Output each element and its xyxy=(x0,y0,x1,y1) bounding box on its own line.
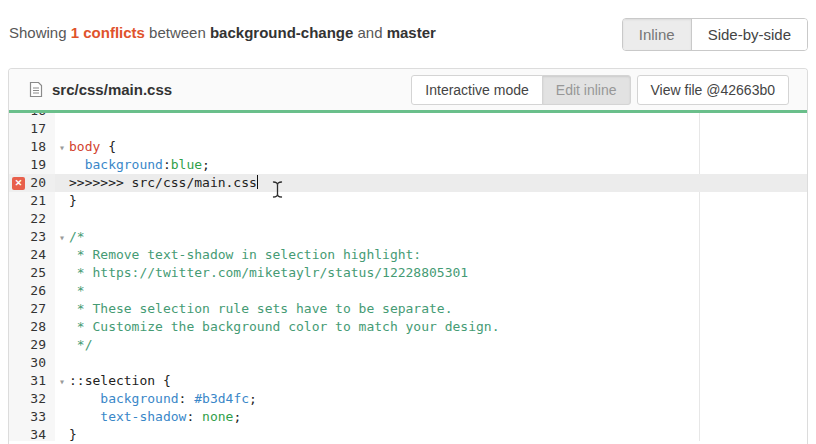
code-token: /* xyxy=(69,229,85,244)
code-content[interactable]: * https://twitter.com/miketaylr/status/1… xyxy=(69,264,807,282)
code-content[interactable]: */ xyxy=(69,336,807,354)
code-content[interactable] xyxy=(69,120,807,138)
code-content[interactable] xyxy=(69,113,807,120)
code-line[interactable]: 19 background:blue; xyxy=(9,156,807,174)
line-number: 27 xyxy=(9,300,46,318)
fold-column xyxy=(55,408,69,426)
code-content[interactable]: } xyxy=(69,426,807,441)
code-token: : xyxy=(163,157,171,172)
code-token: * These selection rule sets have to be s… xyxy=(69,301,453,316)
code-token: ; xyxy=(233,409,241,424)
line-number: 29 xyxy=(9,336,46,354)
line-gutter: 32 xyxy=(9,390,55,408)
line-gutter: 22 xyxy=(9,210,55,228)
code-line[interactable]: 30 xyxy=(9,354,807,372)
line-gutter: 31 xyxy=(9,372,55,390)
code-content[interactable]: >>>>>>> src/css/main.css xyxy=(69,174,807,192)
code-line[interactable]: 32 background: #b3d4fc; xyxy=(9,390,807,408)
code-line[interactable]: 26 * xyxy=(9,282,807,300)
line-gutter: 24 xyxy=(9,246,55,264)
code-content[interactable]: ::selection { xyxy=(69,372,807,390)
interactive-mode-button[interactable]: Interactive mode xyxy=(411,75,543,105)
line-gutter: 18 xyxy=(9,138,55,156)
fold-column xyxy=(55,282,69,300)
line-number: 19 xyxy=(9,156,46,174)
line-gutter: 28 xyxy=(9,318,55,336)
summary-prefix: Showing xyxy=(9,24,71,41)
code-line[interactable]: 27 * These selection rule sets have to b… xyxy=(9,300,807,318)
fold-column xyxy=(55,264,69,282)
fold-column xyxy=(55,174,69,192)
line-number: 28 xyxy=(9,318,46,336)
code-token: : xyxy=(179,391,195,406)
code-content[interactable]: * Remove text-shadow in selection highli… xyxy=(69,246,807,264)
code-token: >>>>>>> src/css/main.css xyxy=(69,175,257,190)
code-content[interactable]: * xyxy=(69,282,807,300)
line-number: 32 xyxy=(9,390,46,408)
code-line[interactable]: 16 xyxy=(9,113,807,120)
code-line[interactable]: 17 xyxy=(9,120,807,138)
code-token: body xyxy=(69,139,100,154)
code-token xyxy=(69,157,85,172)
code-token: ; xyxy=(202,157,210,172)
line-gutter: 30 xyxy=(9,354,55,372)
line-gutter: 29 xyxy=(9,336,55,354)
line-number: 25 xyxy=(9,264,46,282)
fold-arrow-icon[interactable]: ▾ xyxy=(55,228,69,246)
source-branch: background-change xyxy=(210,24,353,41)
file-header: src/css/main.css Interactive mode Edit i… xyxy=(9,69,807,113)
code-content[interactable]: * These selection rule sets have to be s… xyxy=(69,300,807,318)
code-line[interactable]: 34} xyxy=(9,426,807,441)
code-line[interactable]: 24 * Remove text-shadow in selection hig… xyxy=(9,246,807,264)
code-content[interactable]: text-shadow: none; xyxy=(69,408,807,426)
fold-column xyxy=(55,336,69,354)
code-content[interactable] xyxy=(69,354,807,372)
code-token: * https://twitter.com/miketaylr/status/1… xyxy=(69,265,468,280)
code-token: * xyxy=(69,283,85,298)
file-icon xyxy=(29,81,43,98)
code-content[interactable]: * Customize the background color to matc… xyxy=(69,318,807,336)
text-caret xyxy=(257,175,259,189)
code-line[interactable]: ✕20>>>>>>> src/css/main.css xyxy=(9,174,807,192)
code-editor[interactable]: 161718▾body {19 background:blue;✕20>>>>>… xyxy=(9,113,807,441)
fold-column xyxy=(55,156,69,174)
line-number: 16 xyxy=(9,113,46,120)
code-content[interactable]: background:blue; xyxy=(69,156,807,174)
code-token: ; xyxy=(249,391,257,406)
code-line[interactable]: 21} xyxy=(9,192,807,210)
code-content[interactable] xyxy=(69,210,807,228)
fold-arrow-icon[interactable]: ▾ xyxy=(55,372,69,390)
code-line[interactable]: 18▾body { xyxy=(9,138,807,156)
code-line[interactable]: 33 text-shadow: none; xyxy=(9,408,807,426)
code-token xyxy=(69,409,100,424)
code-line[interactable]: 29 */ xyxy=(9,336,807,354)
code-content[interactable]: } xyxy=(69,192,807,210)
code-line[interactable]: 23▾/* xyxy=(9,228,807,246)
code-token: * Customize the background color to matc… xyxy=(69,319,499,334)
code-line[interactable]: 28 * Customize the background color to m… xyxy=(9,318,807,336)
line-gutter: 26 xyxy=(9,282,55,300)
line-gutter: 23 xyxy=(9,228,55,246)
code-line[interactable]: 25 * https://twitter.com/miketaylr/statu… xyxy=(9,264,807,282)
view-file-button[interactable]: View file @42663b0 xyxy=(637,75,789,105)
code-content[interactable]: background: #b3d4fc; xyxy=(69,390,807,408)
conflict-error-icon: ✕ xyxy=(12,177,25,190)
code-token: text-shadow xyxy=(100,409,186,424)
code-token: #b3d4fc xyxy=(194,391,249,406)
fold-column xyxy=(55,192,69,210)
fold-arrow-icon[interactable]: ▾ xyxy=(55,138,69,156)
code-token: background xyxy=(100,391,178,406)
line-gutter: 34 xyxy=(9,426,55,441)
side-by-side-view-button[interactable]: Side-by-side xyxy=(692,19,807,50)
line-number: 23 xyxy=(9,228,46,246)
inline-view-button[interactable]: Inline xyxy=(623,19,692,50)
code-content[interactable]: /* xyxy=(69,228,807,246)
edit-inline-button[interactable]: Edit inline xyxy=(542,75,631,105)
code-line[interactable]: 22 xyxy=(9,210,807,228)
code-token: */ xyxy=(69,337,92,352)
code-line[interactable]: 31▾::selection { xyxy=(9,372,807,390)
target-branch: master xyxy=(387,24,436,41)
fold-column xyxy=(55,318,69,336)
fold-column xyxy=(55,390,69,408)
code-content[interactable]: body { xyxy=(69,138,807,156)
